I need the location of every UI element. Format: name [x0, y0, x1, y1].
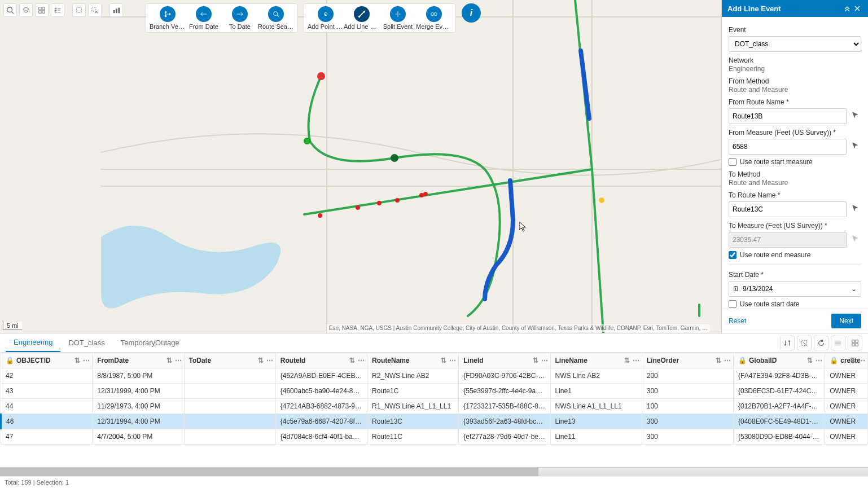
table-cell[interactable]: Route11C — [367, 429, 459, 445]
table-cell[interactable]: {53080D9D-ED8B-4044-9… — [734, 429, 825, 445]
column-header[interactable]: 🔒create⇅⋯ — [825, 353, 868, 368]
table-cell[interactable]: {4d7084c8-6cf4-40f1-ba3… — [275, 429, 367, 445]
table-cell[interactable]: {452A9ABD-E0EF-4CEB-B… — [275, 368, 367, 384]
table-cell[interactable]: 200 — [642, 368, 733, 384]
table-cell[interactable]: 42 — [1, 368, 93, 384]
from-date-button[interactable]: From Date — [186, 6, 222, 30]
menu-icon[interactable]: ⋯ — [266, 357, 273, 364]
table-cell[interactable]: Line11 — [550, 429, 642, 445]
branch-versioning-button[interactable]: Branch Vers… — [150, 6, 186, 30]
table-cell[interactable]: 43 — [1, 384, 93, 399]
column-header[interactable]: LineOrder⇅⋯ — [642, 353, 733, 368]
column-header[interactable]: RouteId⇅⋯ — [275, 353, 367, 368]
map-pick-icon[interactable] — [850, 107, 861, 123]
sort-icon[interactable]: ⇅ — [532, 357, 539, 364]
table-cell[interactable]: {393ad56f-2a63-48fd-bc2… — [459, 414, 550, 429]
close-icon[interactable] — [852, 3, 862, 14]
use-end-measure-checkbox[interactable] — [729, 251, 737, 259]
table-cell[interactable] — [184, 414, 275, 429]
table-cell[interactable]: {4c5e79a6-6687-4207-8fd… — [275, 414, 367, 429]
next-button[interactable]: Next — [831, 314, 861, 328]
sort-icon[interactable]: ⇅ — [806, 357, 813, 364]
sort-icon[interactable]: ⇅ — [715, 357, 722, 364]
table-cell[interactable]: {FA47E394-92F8-4D3B-A… — [734, 368, 825, 384]
table-cell[interactable]: 46 — [1, 414, 93, 429]
menu-icon[interactable]: ⋯ — [358, 357, 365, 364]
use-start-measure-checkbox[interactable] — [729, 158, 737, 166]
table-cell[interactable]: 300 — [642, 384, 733, 399]
tab-engineering[interactable]: Engineering — [6, 333, 60, 352]
sort-icon[interactable]: ⇅ — [349, 357, 356, 364]
menu-icon[interactable]: ⋯ — [83, 357, 90, 364]
basemap-icon[interactable] — [35, 3, 49, 17]
info-button[interactable]: i — [462, 3, 481, 23]
menu-icon[interactable]: ⋯ — [175, 357, 182, 364]
table-cell[interactable]: {4600abc5-ba90-4e24-8a… — [275, 384, 367, 399]
sort-icon[interactable]: ⇅ — [257, 357, 264, 364]
table-cell[interactable]: {012B70B1-A2F7-4A4F-9… — [734, 399, 825, 414]
table-cell[interactable]: Route13C — [367, 414, 459, 429]
table-cell[interactable]: OWNER — [825, 399, 868, 414]
table-cell[interactable] — [184, 368, 275, 384]
table-cell[interactable]: OWNER — [825, 384, 868, 399]
table-cell[interactable]: {03D6EC3D-61E7-424C-9… — [734, 384, 825, 399]
grid-tool-icon[interactable] — [848, 336, 862, 350]
from-route-input[interactable] — [729, 108, 847, 124]
menu-icon[interactable]: ⋯ — [724, 357, 731, 364]
columns-tool-icon[interactable] — [831, 336, 845, 350]
layers-icon[interactable] — [19, 3, 33, 17]
collapse-icon[interactable] — [842, 3, 852, 14]
table-cell[interactable]: {17233217-535B-488C-82… — [459, 399, 550, 414]
from-measure-input[interactable] — [729, 139, 847, 155]
menu-icon[interactable]: ⋯ — [858, 357, 865, 364]
table-cell[interactable] — [184, 384, 275, 399]
to-date-button[interactable]: To Date — [222, 6, 258, 30]
sort-icon[interactable]: ⇅ — [624, 357, 630, 364]
chevron-down-icon[interactable]: ⌄ — [849, 285, 858, 293]
table-cell[interactable] — [184, 429, 275, 445]
table-cell[interactable]: {0408E0FC-5E49-48D1-A… — [734, 414, 825, 429]
menu-icon[interactable]: ⋯ — [633, 357, 639, 364]
table-cell[interactable]: 11/29/1973, 4:00 PM — [93, 399, 184, 414]
tab-temporary-outage[interactable]: TemporaryOutage — [113, 334, 187, 351]
table-cell[interactable]: Route1C — [367, 384, 459, 399]
sort-icon[interactable]: ⇅ — [440, 357, 447, 364]
horizontal-scrollbar[interactable] — [0, 467, 868, 476]
table-cell[interactable]: OWNER — [825, 429, 868, 445]
table-cell[interactable]: {ef277a28-79d6-40d7-be… — [459, 429, 550, 445]
reset-button[interactable]: Reset — [729, 317, 746, 325]
table-cell[interactable]: 8/8/1987, 5:00 PM — [93, 368, 184, 384]
column-header[interactable]: 🔒OBJECTID⇅⋯ — [1, 353, 93, 368]
column-header[interactable]: ToDate⇅⋯ — [184, 353, 275, 368]
table-cell[interactable]: 100 — [642, 399, 733, 414]
table-cell[interactable]: 300 — [642, 414, 733, 429]
sort-icon[interactable]: ⇅ — [74, 357, 81, 364]
table-cell[interactable]: OWNER — [825, 414, 868, 429]
table-cell[interactable]: {FD90A03C-9706-42BC-9… — [459, 368, 550, 384]
start-date-input[interactable]: 🗓 ⌄ — [729, 281, 861, 297]
column-header[interactable]: LineId⇅⋯ — [459, 353, 550, 368]
sort-tool-icon[interactable] — [780, 336, 795, 350]
table-cell[interactable]: 47 — [1, 429, 93, 445]
table-cell[interactable]: OWNER — [825, 368, 868, 384]
select-icon[interactable] — [72, 3, 86, 17]
event-select[interactable]: DOT_class — [729, 36, 861, 52]
table-cell[interactable] — [184, 399, 275, 414]
menu-icon[interactable]: ⋯ — [816, 357, 822, 364]
attribute-table[interactable]: 🔒OBJECTID⇅⋯FromDate⇅⋯ToDate⇅⋯RouteId⇅⋯Ro… — [0, 353, 868, 445]
tab-dot-class[interactable]: DOT_class — [60, 334, 112, 351]
column-header[interactable]: RouteName⇅⋯ — [367, 353, 459, 368]
column-header[interactable]: 🔒GlobalID⇅⋯ — [734, 353, 825, 368]
filter-tool-icon[interactable] — [797, 336, 812, 350]
table-cell[interactable]: 12/31/1999, 4:00 PM — [93, 384, 184, 399]
table-cell[interactable]: 44 — [1, 399, 93, 414]
table-cell[interactable]: 4/7/2004, 5:00 PM — [93, 429, 184, 445]
refresh-tool-icon[interactable] — [814, 336, 828, 350]
route-search-button[interactable]: Route Search — [258, 6, 294, 30]
to-route-input[interactable] — [729, 201, 847, 217]
map-pick-icon[interactable] — [850, 200, 861, 216]
table-cell[interactable]: NWS Line A1_L1_LL1 — [550, 399, 642, 414]
table-cell[interactable]: Line1 — [550, 384, 642, 399]
table-cell[interactable]: 300 — [642, 429, 733, 445]
map-pick-icon[interactable] — [850, 138, 861, 153]
